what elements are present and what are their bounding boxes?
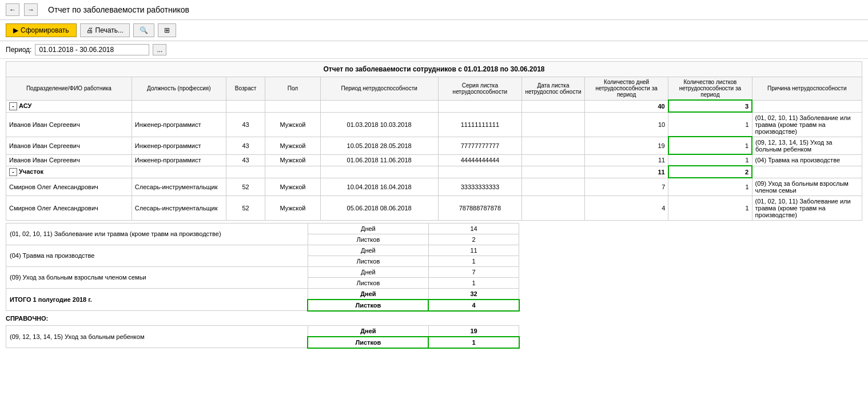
spravochno-table: (09, 12, 13, 14, 15) Уход за больным реб… [6, 325, 520, 349]
page-title: Отчет по заболеваемости работников [48, 5, 189, 14]
play-icon: ▶ [13, 26, 18, 34]
spravochno-days-label: Дней [308, 325, 428, 337]
toolbar: ▶ Сформировать 🖨 Печать... 🔍 ⊞ [0, 20, 868, 41]
group-total-days: 11 [584, 166, 668, 178]
spravochno-label: СПРАВОЧНО: [6, 314, 862, 323]
table-row: Иванов Иван СергеевичИнженер-программист… [6, 137, 862, 154]
col-header-position: Должность (профессия) [132, 77, 226, 101]
summary-days-label: Дней [308, 223, 428, 234]
col-header-period: Период нетрудоспособности [320, 77, 438, 101]
spravochno-sheets-label: Листков [308, 337, 428, 348]
search-button[interactable]: 🔍 [133, 23, 154, 37]
itogo-row-days: ИТОГО 1 полугодие 2018 г. Дней 32 [6, 288, 519, 300]
settings-button[interactable]: ⊞ [158, 23, 176, 37]
spravochno-section: СПРАВОЧНО: (09, 12, 13, 14, 15) Уход за … [6, 314, 862, 349]
group-total-days: 40 [584, 100, 668, 112]
group-toggle[interactable]: - [9, 168, 17, 176]
summary-category: (01, 02, 10, 11) Заболевание или травма … [6, 223, 308, 245]
generate-label: Сформировать [21, 26, 69, 34]
printer-icon: 🖨 [86, 26, 93, 34]
top-bar: ← → Отчет по заболеваемости работников [0, 0, 868, 20]
col-header-gender: Пол [265, 77, 320, 101]
spravochno-category: (09, 12, 13, 14, 15) Уход за больным реб… [6, 325, 308, 348]
col-header-count: Количество листков нетрудоспособности за… [668, 77, 752, 101]
summary-sheets-label: Листков [308, 234, 428, 245]
main-table: Подразделение/ФИО работника Должность (п… [6, 77, 862, 221]
summary-row-days: (01, 02, 10, 11) Заболевание или травма … [6, 223, 519, 234]
report-title: Отчет по заболеваемости сотрудников с 01… [6, 61, 862, 77]
group-total-sheets: 2 [668, 166, 752, 178]
summary-row-days: (09) Уход за больным взрослым членом сем… [6, 266, 519, 277]
col-header-date: Дата листка нетрудоспос обности [522, 77, 585, 101]
period-label: Период: [6, 46, 31, 54]
table-row: Иванов Иван СергеевичИнженер-программист… [6, 112, 862, 137]
group-total-sheets: 3 [668, 100, 752, 112]
back-button[interactable]: ← [6, 3, 19, 16]
summary-days-label: Дней [308, 245, 428, 256]
table-row: Смирнов Олег АлександровичСлесарь-инстру… [6, 195, 862, 220]
col-header-series: Серия листка нетрудоспособности [438, 77, 521, 101]
generate-button[interactable]: ▶ Сформировать [6, 23, 77, 37]
search-icon: 🔍 [140, 26, 148, 34]
group-row: -Участок112 [6, 166, 862, 178]
period-picker-button[interactable]: ... [153, 44, 166, 55]
summary-days-value: 7 [428, 266, 519, 277]
itogo-days-label: Дней [308, 288, 428, 300]
itogo-days-value: 32 [428, 288, 519, 300]
summary-sheets-label: Листков [308, 256, 428, 266]
col-header-days: Количество дней нетрудоспособности за пе… [584, 77, 668, 101]
summary-days-value: 14 [428, 223, 519, 234]
settings-icon: ⊞ [164, 26, 170, 34]
print-label: Печать... [95, 26, 124, 34]
summary-category: (04) Травма на производстве [6, 245, 308, 266]
spravochno-row-days: (09, 12, 13, 14, 15) Уход за больным реб… [6, 325, 519, 337]
period-value[interactable]: 01.01.2018 - 30.06.2018 [35, 44, 149, 55]
summary-table: (01, 02, 10, 11) Заболевание или травма … [6, 223, 520, 312]
col-header-age: Возраст [226, 77, 265, 101]
spravochno-sheets-value: 1 [428, 337, 519, 348]
period-bar: Период: 01.01.2018 - 30.06.2018 ... [0, 41, 868, 59]
print-button[interactable]: 🖨 Печать... [80, 23, 130, 37]
itogo-sheets-value: 4 [428, 300, 519, 311]
report-container: Отчет по заболеваемости сотрудников с 01… [0, 59, 868, 351]
summary-sheets-label: Листков [308, 277, 428, 288]
summary-category: (09) Уход за больным взрослым членом сем… [6, 266, 308, 288]
group-toggle[interactable]: - [9, 102, 17, 110]
itogo-label: ИТОГО 1 полугодие 2018 г. [6, 288, 308, 311]
col-header-reason: Причина нетрудоспособности [752, 77, 862, 101]
summary-days-value: 11 [428, 245, 519, 256]
summary-sheets-value: 2 [428, 234, 519, 245]
col-header-subdivision: Подразделение/ФИО работника [6, 77, 132, 101]
table-row: Смирнов Олег АлександровичСлесарь-инстру… [6, 178, 862, 195]
group-row: -АСУ403 [6, 100, 862, 112]
table-row: Иванов Иван СергеевичИнженер-программист… [6, 154, 862, 166]
itogo-sheets-label: Листков [308, 300, 428, 311]
forward-button[interactable]: → [24, 3, 38, 16]
spravochno-days-value: 19 [428, 325, 519, 337]
summary-sheets-value: 1 [428, 256, 519, 266]
summary-sheets-value: 1 [428, 277, 519, 288]
summary-days-label: Дней [308, 266, 428, 277]
summary-row-days: (04) Травма на производстве Дней 11 [6, 245, 519, 256]
